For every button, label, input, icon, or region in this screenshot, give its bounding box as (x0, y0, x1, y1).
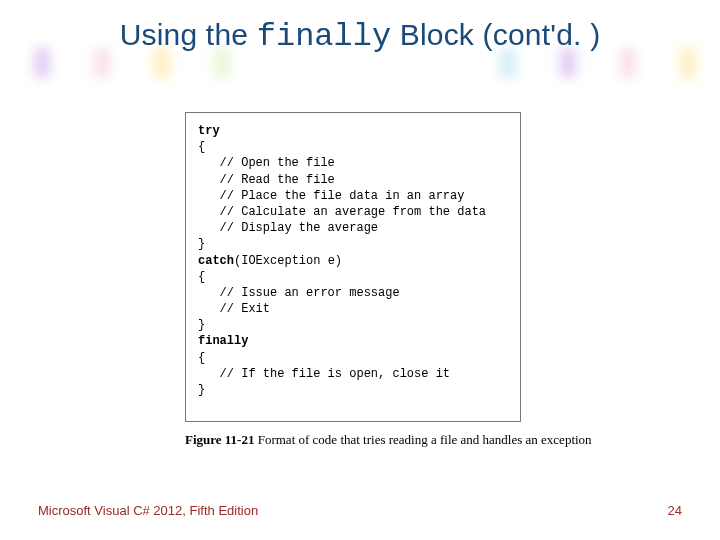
footer-book-title: Microsoft Visual C# 2012, Fifth Edition (38, 503, 258, 518)
code-line: // Exit (198, 302, 270, 316)
code-line: // Calculate an average from the data (198, 205, 486, 219)
code-line: (IOException e) (234, 254, 342, 268)
code-line: // Place the file data in an array (198, 189, 464, 203)
title-post: Block (cont'd. ) (391, 18, 600, 51)
code-line: } (198, 237, 205, 251)
figure-number: Figure 11-21 (185, 432, 254, 447)
code-line: // Open the file (198, 156, 335, 170)
kw-try: try (198, 124, 220, 138)
code-line: { (198, 270, 205, 284)
code-line: { (198, 140, 205, 154)
code-line: { (198, 351, 205, 365)
kw-finally: finally (198, 334, 248, 348)
title-mono: finally (257, 18, 391, 55)
code-line: // If the file is open, close it (198, 367, 450, 381)
code-line: } (198, 318, 205, 332)
title-pre: Using the (120, 18, 257, 51)
footer-page-number: 24 (668, 503, 682, 518)
code-line: // Issue an error message (198, 286, 400, 300)
slide-title: Using the finally Block (cont'd. ) (0, 18, 720, 55)
code-line: // Display the average (198, 221, 378, 235)
kw-catch: catch (198, 254, 234, 268)
code-line: // Read the file (198, 173, 335, 187)
code-box: try { // Open the file // Read the file … (185, 112, 521, 422)
figure-text: Format of code that tries reading a file… (254, 432, 591, 447)
figure-caption: Figure 11-21 Format of code that tries r… (185, 432, 700, 448)
code-line: } (198, 383, 205, 397)
